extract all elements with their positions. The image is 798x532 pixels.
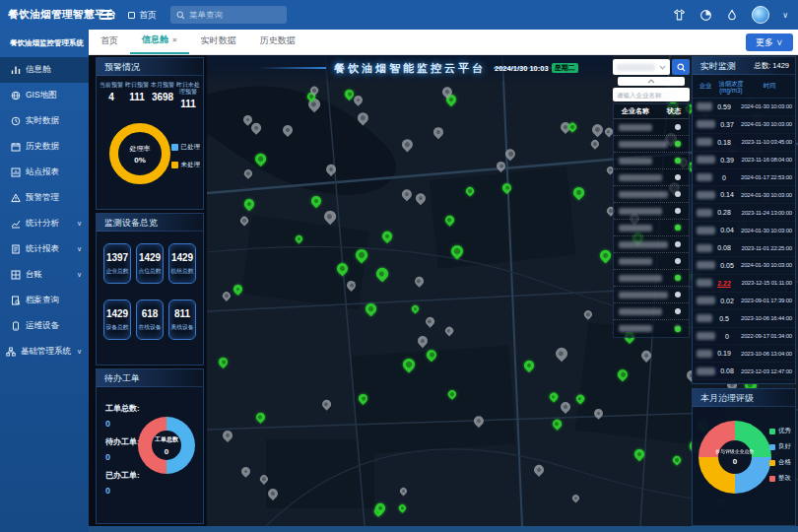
alerts-panel-title: 预警情况	[97, 58, 203, 76]
tab-realtime-data[interactable]: 实时数据	[189, 29, 248, 54]
bar-chart-icon	[11, 65, 21, 75]
tab-info-cabin[interactable]: 信息舱×	[130, 28, 189, 54]
company-row[interactable]	[614, 220, 689, 236]
company-row[interactable]	[614, 236, 689, 253]
sidebar-group-header[interactable]: 餐饮油烟监控管理系统 ︿	[0, 30, 89, 57]
sidebar-item-statistic-analysis[interactable]: 统计分析 ∨	[0, 211, 89, 236]
stat-label: 昨日未处理预警	[175, 82, 201, 96]
collapse-bar[interactable]	[618, 77, 684, 86]
sidebar-item-archive-search[interactable]: 档案查询	[0, 288, 89, 313]
sidebar-item-info-cabin[interactable]: 信息舱	[0, 57, 89, 83]
menu-search-input[interactable]	[189, 10, 281, 20]
status-dot	[675, 208, 681, 214]
bottom-bar	[89, 526, 798, 532]
topbar-nav-home[interactable]: 首页	[128, 9, 157, 22]
sidebar-item-history-data[interactable]: 历史数据	[0, 134, 89, 160]
hamburger-menu-icon[interactable]	[100, 10, 112, 20]
calendar-icon	[11, 142, 21, 152]
grid-icon	[128, 12, 135, 19]
company-row[interactable]	[614, 186, 689, 203]
realtime-row[interactable]: 0.392023-11-16 08:04:00	[693, 152, 795, 169]
company-search-button[interactable]	[672, 59, 690, 75]
flame-icon[interactable]	[725, 8, 739, 22]
redacted-text	[617, 64, 655, 71]
stat-card: 1429机组总数	[168, 243, 196, 284]
grid-icon	[11, 270, 21, 280]
sidebar-item-gis-map[interactable]: GIS地图	[0, 83, 89, 108]
sidebar-item-ledger[interactable]: 台账 ∨	[0, 262, 89, 288]
company-row[interactable]	[614, 136, 689, 153]
legend-swatch	[769, 444, 775, 450]
sidebar: 餐饮油烟监控管理系统 ︿ 信息舱 GIS地图 实时数据 历史数据 站点报表 预警…	[0, 30, 89, 532]
redacted-company-name	[697, 120, 715, 128]
user-avatar[interactable]	[752, 6, 769, 24]
tab-home[interactable]: 首页	[89, 29, 130, 54]
topbar-search[interactable]	[170, 6, 287, 24]
company-row[interactable]	[614, 287, 689, 303]
legend-swatch	[171, 162, 178, 168]
sidebar-item-station-report[interactable]: 站点报表	[0, 160, 89, 185]
company-row[interactable]	[614, 270, 689, 287]
realtime-row[interactable]: 0.082023-11-01 22:25:00	[693, 239, 795, 257]
status-dot	[675, 141, 681, 147]
realtime-row[interactable]: 0.282023-11-24 13:00:00	[693, 204, 795, 222]
area-select[interactable]	[613, 59, 670, 75]
redacted-company-name	[697, 314, 712, 322]
redacted-company-name	[619, 141, 668, 148]
status-dot	[675, 225, 681, 231]
realtime-row[interactable]: 0.022023-09-01 17:39:00	[693, 293, 795, 310]
status-dot	[675, 258, 681, 264]
realtime-row[interactable]: 0.592024-01-30 10:03:00	[693, 99, 795, 116]
status-dot	[675, 308, 681, 314]
realtime-row[interactable]: 0.142024-01-30 10:03:00	[693, 186, 795, 204]
redacted-company-name	[619, 275, 662, 282]
pie-icon[interactable]	[698, 8, 712, 22]
company-row[interactable]	[614, 303, 689, 320]
stat-label: 当前预警	[99, 82, 124, 89]
company-list-header: 企业名称 状态	[614, 104, 689, 119]
realtime-row[interactable]: 02022-09-17 01:34:00	[693, 328, 795, 346]
sidebar-item-ops-device[interactable]: 运维设备	[0, 313, 89, 339]
company-name-input[interactable]	[613, 88, 690, 101]
company-row[interactable]	[614, 153, 689, 169]
redacted-company-name	[619, 174, 662, 181]
sidebar-item-realtime-data[interactable]: 实时数据	[0, 108, 89, 134]
dashboard: 餐饮油烟智能监控云平台 2024/1/30 10:03 星期二 预警情况 当前预…	[89, 55, 798, 532]
company-row[interactable]	[614, 203, 689, 220]
tab-close-icon[interactable]: ×	[172, 35, 177, 44]
tab-history-data[interactable]: 历史数据	[248, 29, 307, 54]
redacted-company-name	[697, 156, 715, 164]
stat-label: 本月预警	[150, 82, 175, 89]
app-root: 餐饮油烟管理智慧平台 首页 ∨ 餐饮油烟监控管理系统	[0, 0, 798, 532]
company-row[interactable]	[614, 320, 689, 337]
sidebar-item-base-management[interactable]: 基础管理系统 ∨	[0, 339, 89, 365]
theme-icon[interactable]	[672, 8, 686, 22]
realtime-table-header: 企业 油烟浓度(mg/m3) 时间	[693, 75, 795, 99]
realtime-row[interactable]: 02024-01-17 22:53:00	[693, 169, 795, 187]
realtime-table-body: 0.592024-01-30 10:03:00 0.372024-01-30 1…	[693, 99, 795, 380]
legend-swatch	[769, 460, 775, 466]
realtime-row[interactable]: 2.222023-12-15 01:11:00	[693, 275, 795, 293]
search-icon	[677, 63, 686, 72]
company-row[interactable]	[614, 169, 689, 186]
map-datetime: 2024/1/30 10:03 星期二	[495, 63, 578, 73]
clock-icon	[11, 116, 21, 126]
redacted-company-name	[619, 241, 668, 248]
realtime-row[interactable]: 0.082023-12-03 12:47:00	[693, 363, 795, 380]
realtime-row[interactable]: 0.192023-10-06 13:04:00	[693, 345, 795, 363]
sitemap-icon	[6, 347, 16, 357]
more-button[interactable]: 更多 ∨	[746, 33, 793, 51]
sidebar-item-alert-management[interactable]: 预警管理	[0, 185, 89, 211]
company-row[interactable]	[614, 253, 689, 270]
realtime-row[interactable]: 0.182023-11-10 03:45:00	[693, 134, 795, 152]
realtime-row[interactable]: 0.52023-10-06 16:44:00	[693, 310, 795, 328]
realtime-row[interactable]: 0.372024-01-30 10:03:00	[693, 116, 795, 134]
realtime-row[interactable]: 0.042024-01-30 10:03:00	[693, 222, 795, 239]
sidebar-item-statistic-report[interactable]: 统计报表 ∨	[0, 236, 89, 262]
realtime-row[interactable]: 0.052024-01-30 10:03:00	[693, 257, 795, 275]
company-row[interactable]	[614, 119, 689, 136]
chevron-down-icon: ∨	[77, 245, 82, 253]
workorder-donut: 工单总数0	[138, 417, 195, 474]
chevron-down-icon[interactable]: ∨	[782, 11, 788, 20]
rating-panel: 本月治理评级 参与评级企业总数 0 优秀 良好 合格 整改	[692, 388, 796, 526]
